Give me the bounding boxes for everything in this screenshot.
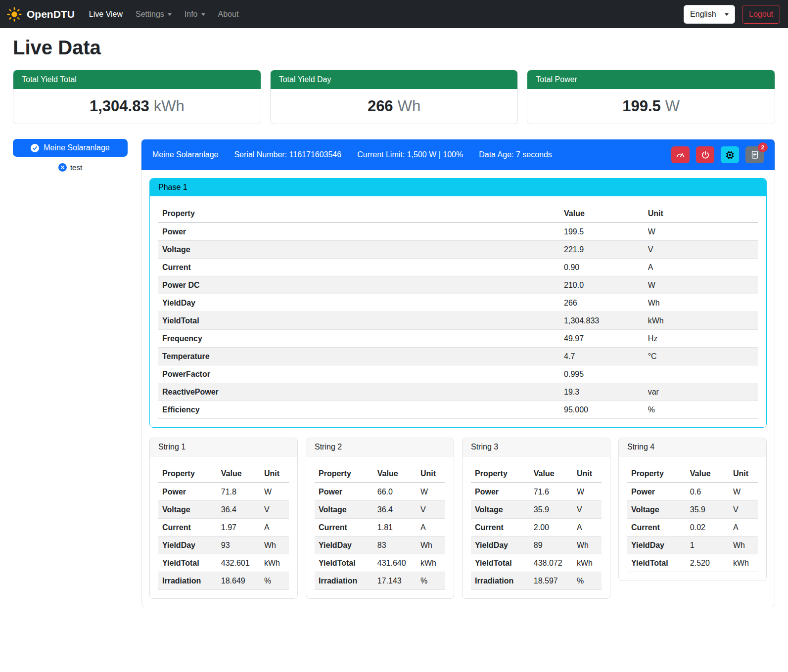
summary-card-title: Total Power bbox=[527, 70, 775, 89]
nav-item-about[interactable]: About bbox=[212, 6, 245, 23]
string-title: String 1 bbox=[150, 438, 297, 456]
table-row: YieldTotal 2.520 kWh bbox=[627, 554, 758, 572]
phase-table: Property Value Unit Power bbox=[158, 205, 758, 419]
column-header-unit: Unit bbox=[417, 465, 445, 483]
string-table: Property Value Unit Power bbox=[158, 465, 289, 590]
table-row: Current 1.97 A bbox=[158, 519, 289, 537]
cell-property: YieldDay bbox=[471, 537, 530, 554]
cell-unit: Wh bbox=[729, 537, 758, 554]
inverter-list: Meine Solaranlage test bbox=[13, 139, 128, 172]
cell-property: ReactivePower bbox=[158, 383, 560, 401]
cell-property: YieldDay bbox=[315, 537, 373, 554]
column-header-property: Property bbox=[158, 465, 217, 483]
inverter-name: Meine Solaranlage bbox=[152, 150, 218, 159]
check-circle-icon bbox=[31, 144, 39, 152]
column-header-unit: Unit bbox=[729, 465, 758, 483]
cpu-icon bbox=[725, 150, 735, 160]
table-row: Power 66.0 W bbox=[315, 483, 445, 501]
string-title: String 3 bbox=[463, 438, 610, 456]
cell-property: Current bbox=[315, 519, 373, 537]
x-circle-icon bbox=[58, 163, 67, 172]
event-log-button[interactable]: 2 bbox=[745, 146, 764, 163]
cell-value: 17.143 bbox=[373, 572, 417, 590]
cell-property: YieldDay bbox=[158, 294, 560, 312]
cell-value: 1,304.833 bbox=[560, 312, 644, 330]
cell-property: YieldTotal bbox=[315, 554, 373, 572]
chevron-down-icon bbox=[168, 13, 172, 16]
table-row: YieldDay 93 Wh bbox=[158, 537, 289, 554]
table-row: Power 0.6 W bbox=[627, 483, 758, 501]
cell-value: 2.520 bbox=[686, 554, 729, 572]
table-row: Irradiation 18.649 % bbox=[158, 572, 289, 590]
table-row: YieldTotal 432.601 kWh bbox=[158, 554, 289, 572]
cell-property: Power bbox=[158, 223, 560, 241]
string-table: Property Value Unit Power bbox=[471, 465, 602, 590]
column-header-property: Property bbox=[471, 465, 530, 483]
phase-title: Phase 1 bbox=[150, 179, 766, 196]
column-header-value: Value bbox=[373, 465, 417, 483]
journal-text-icon bbox=[750, 150, 759, 159]
device-info-button[interactable] bbox=[721, 146, 739, 163]
inverter-item-test[interactable]: test bbox=[13, 163, 128, 172]
cell-value: 71.6 bbox=[530, 483, 573, 501]
cell-unit: W bbox=[729, 483, 758, 501]
limit-settings-button[interactable] bbox=[671, 146, 690, 163]
cell-value: 0.995 bbox=[560, 365, 644, 383]
table-row: Frequency 49.97 Hz bbox=[158, 330, 758, 348]
cell-property: Power bbox=[627, 483, 686, 501]
inverter-select-label: Meine Solaranlage bbox=[44, 143, 109, 152]
nav-item-live-view[interactable]: Live View bbox=[83, 6, 129, 23]
string-card-3: String 3 Property Value Unit bbox=[462, 438, 610, 599]
column-header-unit: Unit bbox=[644, 205, 758, 223]
summary-card-yield-day: Total Yield Day 266Wh bbox=[270, 70, 518, 124]
table-row: Voltage 35.9 V bbox=[471, 501, 602, 519]
inverter-select-button[interactable]: Meine Solaranlage bbox=[13, 139, 128, 157]
table-row: Current 0.02 A bbox=[627, 519, 758, 537]
cell-property: PowerFactor bbox=[158, 365, 560, 383]
nav-item-settings[interactable]: Settings bbox=[129, 6, 178, 23]
table-row: YieldTotal 1,304.833 kWh bbox=[158, 312, 758, 330]
table-row: Irradiation 17.143 % bbox=[315, 572, 445, 590]
cell-unit: var bbox=[644, 383, 758, 401]
power-button[interactable] bbox=[696, 146, 714, 163]
cell-value: 210.0 bbox=[560, 276, 644, 294]
cell-unit: kWh bbox=[729, 554, 758, 572]
cell-unit: Wh bbox=[417, 537, 445, 554]
column-header-property: Property bbox=[158, 205, 560, 223]
cell-unit: A bbox=[573, 519, 602, 537]
cell-unit: W bbox=[573, 483, 602, 501]
table-row: YieldDay 83 Wh bbox=[315, 537, 445, 554]
inverter-limit: Current Limit: 1,500 W | 100% bbox=[357, 150, 463, 159]
cell-unit: % bbox=[644, 401, 758, 419]
summary-cards: Total Yield Total 1,304.83kWh Total Yiel… bbox=[13, 70, 775, 124]
cell-property: Power bbox=[315, 483, 373, 501]
column-header-value: Value bbox=[217, 465, 260, 483]
cell-unit: Wh bbox=[260, 537, 289, 554]
cell-property: Current bbox=[158, 259, 560, 276]
string-card-1: String 1 Property Value Unit bbox=[149, 438, 298, 599]
cell-unit: Wh bbox=[573, 537, 602, 554]
logout-button[interactable]: Logout bbox=[742, 5, 780, 24]
cell-value: 93 bbox=[217, 537, 260, 554]
cell-value: 19.3 bbox=[560, 383, 644, 401]
table-row: Efficiency 95.000 % bbox=[158, 401, 758, 419]
table-row: Voltage 36.4 V bbox=[315, 501, 445, 519]
nav-item-info[interactable]: Info bbox=[178, 6, 212, 23]
cell-value: 431.640 bbox=[373, 554, 417, 572]
summary-card-total-power: Total Power 199.5W bbox=[527, 70, 775, 124]
brand[interactable]: OpenDTU bbox=[7, 7, 75, 22]
cell-value: 438.072 bbox=[530, 554, 573, 572]
column-header-unit: Unit bbox=[573, 465, 602, 483]
inverter-data-age: Data Age: 7 seconds bbox=[479, 150, 552, 159]
cell-value: 0.6 bbox=[686, 483, 729, 501]
cell-property: Voltage bbox=[315, 501, 373, 519]
table-header-row: Property Value Unit bbox=[158, 465, 289, 483]
table-header-row: Property Value Unit bbox=[627, 465, 758, 483]
cell-property: YieldTotal bbox=[627, 554, 686, 572]
language-select[interactable]: English bbox=[684, 5, 735, 24]
table-row: Voltage 221.9 V bbox=[158, 241, 758, 259]
cell-value: 36.4 bbox=[373, 501, 417, 519]
string-card-2: String 2 Property Value Unit bbox=[306, 438, 454, 599]
cell-value: 1.81 bbox=[373, 519, 417, 537]
speedometer-icon bbox=[676, 150, 685, 160]
